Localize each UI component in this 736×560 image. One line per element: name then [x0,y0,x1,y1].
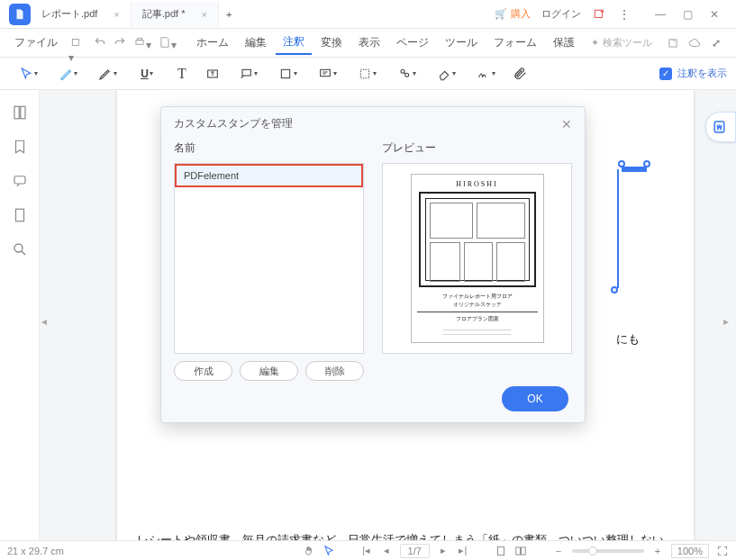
stamp-tool[interactable]: ▾ [387,61,425,86]
save-icon[interactable]: ▾ [159,36,178,50]
svg-rect-20 [516,546,521,554]
zoom-in-icon[interactable]: + [651,545,664,557]
svg-rect-14 [20,106,24,119]
delete-button[interactable]: 削除 [305,361,364,381]
select-mode-icon[interactable] [323,545,335,557]
fit-page-icon[interactable] [495,545,507,557]
close-icon[interactable]: × [114,9,119,20]
pencil-tool[interactable]: ▾ [88,61,126,86]
maximize-button[interactable]: ▢ [677,4,698,25]
note-tool[interactable]: ▾ [268,61,306,86]
svg-rect-2 [72,39,78,45]
fit-spread-icon[interactable] [514,545,527,557]
next-page-arrow[interactable]: ▸ [723,315,734,326]
zoom-level[interactable]: 100% [671,544,709,558]
svg-rect-19 [497,546,504,555]
eraser-tool[interactable]: ▾ [427,61,465,86]
signature-tool[interactable]: ▾ [467,61,504,86]
zoom-out-icon[interactable]: − [552,545,565,557]
menu-view[interactable]: 表示 [351,32,387,54]
search-tools[interactable]: ✦ 検索ツール [591,36,652,50]
attachment-tool[interactable] [506,61,535,86]
svg-point-1 [601,9,604,13]
share-icon[interactable] [666,36,680,50]
tab-report[interactable]: レポート.pdf × [31,2,132,27]
purchase-link[interactable]: 🛒 購入 [495,7,531,21]
cloud-icon[interactable] [687,36,702,50]
document-text: レシートや領収書、毎月の請求書など、日常生活で増えてしまう「紙」の書類…ついつい… [137,529,674,540]
fullscreen-icon[interactable] [716,545,729,557]
minimize-button[interactable]: — [650,4,671,25]
menu-page[interactable]: ページ [389,32,436,54]
sparkle-icon: ✦ [591,37,599,49]
menu-home[interactable]: ホーム [189,32,236,54]
area-tool[interactable]: ▾ [348,61,386,86]
menu-tool[interactable]: ツール [438,32,485,54]
first-page-icon[interactable]: |◂ [360,545,373,557]
close-icon[interactable]: × [201,9,206,20]
zoom-slider[interactable] [572,549,644,553]
comment-tool[interactable]: ▾ [308,61,346,86]
new-tab-button[interactable]: + [219,2,239,27]
print-icon[interactable]: ▾ [133,36,153,50]
bookmarks-icon[interactable] [12,139,28,155]
textbox-tool[interactable] [198,61,227,86]
svg-rect-5 [669,39,677,46]
annotation-toolbar: ▾ ▾ ▾ U▾ T ▾ ▾ ▾ ▾ ▾ ▾ ▾ ✓ 注釈を表示 [0,58,736,90]
preview-column-label: プレビュー [382,140,572,156]
edit-button[interactable]: 編集 [240,361,298,381]
status-bar: 21 x 29.7 cm |◂ ◂ 1/7 ▸ ▸| − + 100% [0,540,736,560]
thumbnails-icon[interactable] [12,104,28,121]
expand-icon[interactable]: ⤢ [709,36,723,50]
redo-icon[interactable] [114,36,128,50]
create-button[interactable]: 作成 [174,361,232,381]
dialog-close-button[interactable]: ✕ [561,117,572,131]
callout-tool[interactable]: ▾ [229,61,267,86]
menu-form[interactable]: フォーム [486,32,544,54]
next-page-icon[interactable]: ▸ [437,545,450,557]
last-page-icon[interactable]: ▸| [457,545,469,557]
menu-file[interactable]: ファイル [7,32,65,54]
text-tool[interactable]: T [168,61,196,86]
left-sidebar [0,90,40,540]
stamp-name-list[interactable]: PDFelement [174,163,364,354]
word-export-button[interactable] [705,112,736,142]
checkbox-icon: ✓ [659,68,672,80]
name-column-label: 名前 [174,140,364,156]
kebab-menu-icon[interactable]: ⋮ [617,7,632,22]
prev-page-icon[interactable]: ◂ [380,545,393,557]
stamp-name-item[interactable]: PDFelement [175,164,363,187]
attachments-panel-icon[interactable] [12,207,28,223]
overflow-text: にも [616,331,640,348]
select-tool[interactable]: ▾ [9,61,47,86]
tab-article[interactable]: 記事.pdf * × [132,2,219,27]
menu-annotate[interactable]: 注釈 [276,31,312,55]
window-close-button[interactable]: ✕ [704,4,725,25]
open-icon[interactable]: ▾ [68,36,88,50]
page-indicator[interactable]: 1/7 [400,544,430,558]
cart-icon: 🛒 [495,8,507,20]
menu-convert[interactable]: 変換 [313,32,350,54]
prev-page-arrow[interactable]: ◂ [41,315,52,326]
comments-icon[interactable] [12,173,28,189]
dialog-title: カスタムスタンプを管理 [174,116,293,131]
undo-icon[interactable] [94,36,108,50]
login-link[interactable]: ログイン [541,7,581,21]
ok-button[interactable]: OK [502,386,568,411]
svg-rect-16 [15,209,23,221]
highlight-tool[interactable]: ▾ [49,61,86,86]
underline-tool[interactable]: U▾ [128,61,166,86]
notification-icon[interactable] [592,7,606,22]
floorplan-graphic [419,192,536,287]
menu-edit[interactable]: 編集 [238,32,274,54]
menu-protect[interactable]: 保護 [546,32,582,54]
search-panel-icon[interactable] [12,241,28,257]
hand-tool-icon[interactable] [303,545,315,557]
svg-point-17 [14,244,23,252]
page-dimensions: 21 x 29.7 cm [7,546,64,556]
svg-rect-8 [281,69,289,77]
custom-stamp-dialog: カスタムスタンプを管理 ✕ 名前 PDFelement 作成 編集 削除 プレビ… [160,106,586,423]
show-annotations-toggle[interactable]: ✓ 注釈を表示 [659,67,727,80]
titlebar: レポート.pdf × 記事.pdf * × + 🛒 購入 ログイン ⋮ — ▢ … [0,0,736,29]
preview-heading: HIROSHI [456,180,497,188]
